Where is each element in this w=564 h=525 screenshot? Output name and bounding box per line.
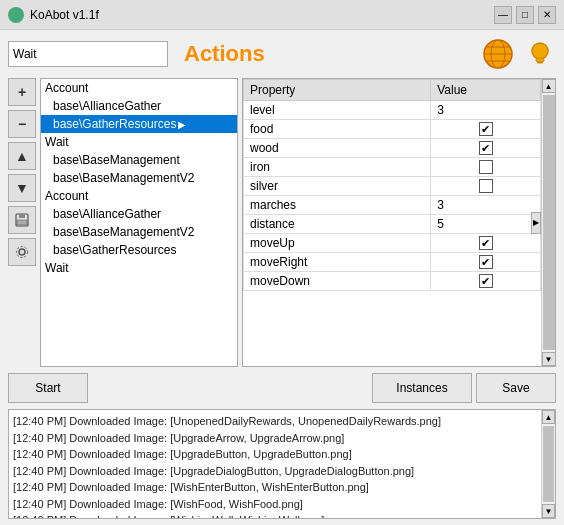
property-cell: marches [244, 196, 431, 215]
app-icon [8, 7, 24, 23]
table-row[interactable]: moveRight✔ [244, 253, 541, 272]
value-cell[interactable]: ✔ [431, 272, 541, 291]
instances-button[interactable]: Instances [372, 373, 472, 403]
list-item[interactable]: base\BaseManagementV2 [41, 169, 237, 187]
value-cell: 3 [431, 101, 541, 120]
log-scroll-up[interactable]: ▲ [542, 410, 555, 424]
value-cell: 5 [431, 215, 541, 234]
properties-panel: Property Value level3food✔wood✔ironsilve… [242, 78, 556, 367]
value-cell[interactable]: ✔ [431, 139, 541, 158]
svg-point-11 [19, 249, 25, 255]
list-item[interactable]: Account [41, 187, 237, 205]
value-cell[interactable] [431, 158, 541, 177]
value-cell: 3 [431, 196, 541, 215]
property-cell: silver [244, 177, 431, 196]
top-section: Wait Action1 Action2 Actions [0, 30, 564, 78]
title-bar: KoAbot v1.1f — □ ✕ [0, 0, 564, 30]
log-scroll-down[interactable]: ▼ [542, 504, 555, 518]
globe-icon [480, 36, 516, 72]
log-line: [12:40 PM] Downloaded Image: [UnopenedDa… [13, 413, 551, 430]
side-buttons: + − ▲ ▼ [8, 78, 36, 367]
middle-section: + − ▲ ▼ [0, 78, 564, 367]
table-row[interactable]: food✔ [244, 120, 541, 139]
log-line: [12:40 PM] Downloaded Image: [UpgradeDia… [13, 463, 551, 480]
log-line: [12:40 PM] Downloaded Image: [WishingWel… [13, 512, 551, 519]
list-item[interactable]: base\GatherResources ▶ [41, 115, 237, 133]
list-item[interactable]: base\GatherResources [41, 241, 237, 259]
minimize-button[interactable]: — [494, 6, 512, 24]
svg-rect-7 [537, 62, 543, 64]
main-content: Wait Action1 Action2 Actions + − ▲ [0, 30, 564, 525]
expand-handle[interactable]: ▶ [531, 212, 541, 234]
save-icon [14, 212, 30, 228]
property-cell: distance [244, 215, 431, 234]
add-button[interactable]: + [8, 78, 36, 106]
wait-dropdown[interactable]: Wait Action1 Action2 [8, 41, 168, 67]
svg-point-12 [17, 247, 28, 258]
settings-button[interactable] [8, 238, 36, 266]
log-line: [12:40 PM] Downloaded Image: [UpgradeArr… [13, 430, 551, 447]
list-item[interactable]: base\BaseManagement [41, 151, 237, 169]
svg-rect-10 [17, 220, 27, 225]
property-cell: level [244, 101, 431, 120]
actions-title: Actions [184, 41, 472, 67]
scroll-thumb[interactable] [543, 95, 555, 350]
value-cell[interactable]: ✔ [431, 253, 541, 272]
table-scrollbar[interactable]: ▲ ▼ [541, 79, 555, 366]
bottom-buttons: Start Instances Save [0, 367, 564, 409]
property-cell: food [244, 120, 431, 139]
table-row[interactable]: moveUp✔ [244, 234, 541, 253]
properties-table: Property Value level3food✔wood✔ironsilve… [243, 79, 541, 291]
property-cell: moveUp [244, 234, 431, 253]
list-item[interactable]: base\AllianceGather [41, 205, 237, 223]
log-section[interactable]: [12:40 PM] Downloaded Image: [UnopenedDa… [8, 409, 556, 519]
move-up-button[interactable]: ▲ [8, 142, 36, 170]
property-cell: wood [244, 139, 431, 158]
scroll-up-arrow[interactable]: ▲ [542, 79, 556, 93]
log-line: [12:40 PM] Downloaded Image: [WishEnterB… [13, 479, 551, 496]
table-row[interactable]: level3 [244, 101, 541, 120]
log-scrollbar[interactable]: ▲ ▼ [541, 410, 555, 518]
svg-point-5 [532, 43, 548, 59]
svg-rect-6 [536, 58, 544, 62]
value-cell[interactable]: ✔ [431, 234, 541, 253]
col-value: Value [431, 80, 541, 101]
col-property: Property [244, 80, 431, 101]
list-item[interactable]: Account [41, 79, 237, 97]
log-scroll-thumb[interactable] [543, 426, 554, 502]
title-bar-controls: — □ ✕ [494, 6, 556, 24]
list-item[interactable]: Wait [41, 133, 237, 151]
value-cell[interactable]: ✔ [431, 120, 541, 139]
property-cell: moveRight [244, 253, 431, 272]
table-row[interactable]: wood✔ [244, 139, 541, 158]
bulb-icon [524, 38, 556, 70]
list-item[interactable]: Wait [41, 259, 237, 277]
value-cell[interactable] [431, 177, 541, 196]
scroll-down-arrow[interactable]: ▼ [542, 352, 556, 366]
gear-icon [14, 244, 30, 260]
log-line: [12:40 PM] Downloaded Image: [UpgradeBut… [13, 446, 551, 463]
svg-rect-9 [19, 214, 25, 218]
save-list-button[interactable] [8, 206, 36, 234]
table-scroll-area[interactable]: Property Value level3food✔wood✔ironsilve… [243, 79, 555, 366]
property-cell: moveDown [244, 272, 431, 291]
close-button[interactable]: ✕ [538, 6, 556, 24]
list-item[interactable]: base\BaseManagementV2 [41, 223, 237, 241]
table-row[interactable]: marches3 [244, 196, 541, 215]
list-item[interactable]: base\AllianceGather [41, 97, 237, 115]
property-cell: iron [244, 158, 431, 177]
table-row[interactable]: silver [244, 177, 541, 196]
start-button[interactable]: Start [8, 373, 88, 403]
left-panel: + − ▲ ▼ [8, 78, 238, 367]
table-row[interactable]: iron [244, 158, 541, 177]
move-down-button[interactable]: ▼ [8, 174, 36, 202]
remove-button[interactable]: − [8, 110, 36, 138]
table-row[interactable]: moveDown✔ [244, 272, 541, 291]
action-list[interactable]: Accountbase\AllianceGatherbase\GatherRes… [40, 78, 238, 367]
log-line: [12:40 PM] Downloaded Image: [WishFood, … [13, 496, 551, 513]
maximize-button[interactable]: □ [516, 6, 534, 24]
save-button[interactable]: Save [476, 373, 556, 403]
window-title: KoAbot v1.1f [30, 8, 99, 22]
table-row[interactable]: distance5 [244, 215, 541, 234]
